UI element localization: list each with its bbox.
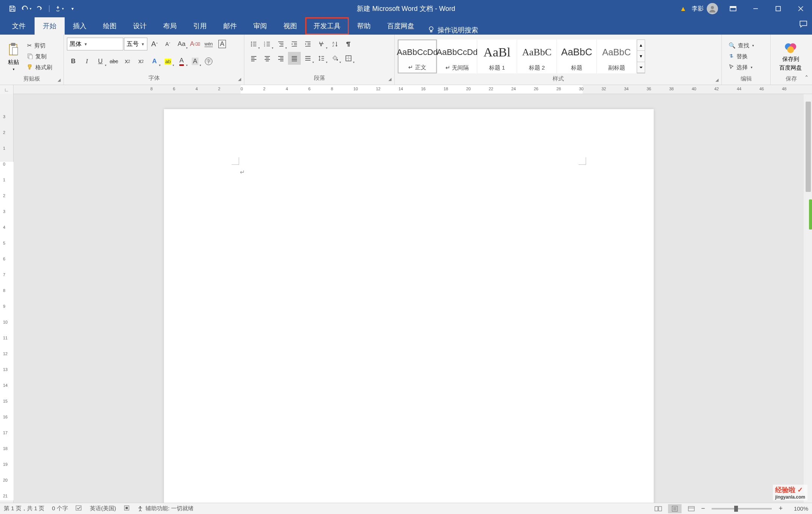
tab-baidu[interactable]: 百度网盘	[379, 17, 423, 35]
comments-button[interactable]	[799, 20, 807, 30]
find-button[interactable]: 🔍查找▾	[727, 41, 756, 50]
view-read-button[interactable]	[651, 504, 665, 513]
document-canvas[interactable]: ↵	[14, 94, 812, 503]
decrease-indent-button[interactable]	[288, 38, 301, 50]
subscript-button[interactable]: x2	[121, 55, 134, 68]
align-left-button[interactable]	[247, 52, 260, 65]
style-heading1[interactable]: AaBl标题 1	[477, 40, 517, 73]
italic-button[interactable]: I	[80, 55, 93, 68]
tell-me-search[interactable]: 操作说明搜索	[423, 26, 483, 35]
paste-button[interactable]: 粘贴 ▾	[3, 38, 24, 75]
ruler-vertical[interactable]: 3210123456789101112131415161718192021222…	[0, 94, 14, 503]
char-border-button[interactable]: A	[216, 38, 229, 50]
zoom-level[interactable]: 100%	[786, 505, 808, 512]
ruler-horizontal[interactable]: ∟ 86420246810121416182022242628303234363…	[0, 85, 812, 94]
grow-font-button[interactable]: A˄	[148, 38, 161, 50]
undo-button[interactable]: ▾	[20, 3, 32, 14]
status-wordcount[interactable]: 0 个字	[52, 505, 68, 512]
minimize-button[interactable]	[744, 0, 767, 17]
redo-button[interactable]	[34, 3, 45, 14]
view-web-button[interactable]	[685, 504, 698, 513]
bold-button[interactable]: B	[67, 55, 80, 68]
align-justify-button[interactable]	[288, 52, 301, 65]
style-title[interactable]: AaBbC标题	[557, 40, 596, 73]
shrink-font-button[interactable]: A˅	[162, 38, 174, 50]
collapse-ribbon-button[interactable]: ˄	[805, 74, 808, 82]
sort-button[interactable]: AZ	[329, 38, 341, 50]
char-shading-button[interactable]: A▾	[189, 55, 201, 68]
font-color-button[interactable]: A▾	[175, 55, 188, 68]
account-area[interactable]: ▲ 李影	[680, 3, 722, 14]
show-marks-button[interactable]	[342, 38, 355, 50]
align-center-button[interactable]	[261, 52, 274, 65]
zoom-out-button[interactable]: −	[701, 505, 705, 512]
styles-scroll[interactable]: ▲▼⏷	[637, 40, 645, 73]
select-button[interactable]: 选择▾	[727, 63, 756, 72]
paragraph-launcher[interactable]: ◢	[388, 77, 391, 82]
phonetic-guide-button[interactable]: wén	[202, 38, 215, 50]
tab-mailings[interactable]: 邮件	[215, 17, 245, 35]
status-language[interactable]: 英语(美国)	[90, 505, 116, 512]
save-to-baidu-button[interactable]: 保存到百度网盘	[774, 38, 807, 75]
view-print-button[interactable]	[668, 504, 682, 513]
font-family-combo[interactable]: 黑体▼	[67, 38, 123, 50]
tab-file[interactable]: 文件	[3, 17, 35, 35]
status-a11y[interactable]: 辅助功能: 一切就绪	[137, 505, 194, 512]
styles-launcher[interactable]: ◢	[715, 78, 718, 82]
tab-references[interactable]: 引用	[185, 17, 215, 35]
change-case-button[interactable]: Aa▾	[175, 38, 188, 50]
svg-point-69	[139, 506, 141, 508]
format-painter-button[interactable]: 格式刷	[26, 63, 54, 72]
close-button[interactable]	[789, 0, 812, 17]
tab-design[interactable]: 设计	[125, 17, 155, 35]
tab-draw[interactable]: 绘图	[95, 17, 125, 35]
enclose-char-button[interactable]: 字	[202, 55, 215, 68]
tab-home[interactable]: 开始	[35, 17, 65, 35]
align-distribute-button[interactable]: ▾	[301, 52, 314, 65]
asian-layout-button[interactable]: ▾	[315, 38, 328, 50]
touch-mode-button[interactable]: ▾	[53, 3, 65, 14]
superscript-button[interactable]: x2	[135, 55, 147, 68]
qat-customize[interactable]: ▾	[67, 3, 78, 14]
tab-developer[interactable]: 开发工具	[305, 17, 349, 35]
increase-indent-button[interactable]	[301, 38, 314, 50]
save-icon[interactable]	[7, 3, 18, 14]
copy-button[interactable]: 复制	[26, 52, 54, 61]
highlight-button[interactable]: ab▾	[162, 55, 174, 68]
status-spell-icon[interactable]	[76, 505, 82, 512]
zoom-slider[interactable]	[712, 508, 772, 509]
shading-button[interactable]: ▾	[329, 52, 341, 65]
style-nospacing[interactable]: AaBbCcDd↵ 无间隔	[438, 40, 477, 73]
clear-format-button[interactable]: A⌫	[189, 38, 201, 50]
vertical-scrollbar[interactable]	[804, 94, 812, 503]
strikethrough-button[interactable]: abc	[108, 55, 120, 68]
maximize-button[interactable]	[767, 0, 789, 17]
align-right-button[interactable]	[274, 52, 287, 65]
clipboard-launcher[interactable]: ◢	[58, 78, 61, 82]
numbering-button[interactable]: 123▾	[261, 38, 274, 50]
tab-review[interactable]: 审阅	[245, 17, 275, 35]
style-heading2[interactable]: AaBbC标题 2	[517, 40, 556, 73]
tab-help[interactable]: 帮助	[349, 17, 379, 35]
replace-button[interactable]: 替换	[727, 52, 756, 61]
style-normal[interactable]: AaBbCcDd↵ 正文	[398, 40, 437, 73]
ribbon-display-button[interactable]	[722, 0, 744, 17]
borders-button[interactable]: ▾	[342, 52, 355, 65]
tab-layout[interactable]: 布局	[155, 17, 185, 35]
status-page[interactable]: 第 1 页，共 1 页	[4, 505, 44, 512]
tab-selector[interactable]: ∟	[0, 85, 14, 94]
style-subtitle[interactable]: AaBbC副标题	[597, 40, 636, 73]
status-macro-icon[interactable]	[124, 505, 130, 512]
line-spacing-button[interactable]: ▾	[315, 52, 328, 65]
zoom-in-button[interactable]: +	[779, 505, 783, 512]
cut-button[interactable]: ✂剪切	[26, 41, 54, 50]
svg-rect-72	[672, 506, 677, 511]
text-effects-button[interactable]: A▾	[148, 55, 161, 68]
underline-button[interactable]: U▾	[94, 55, 107, 68]
tab-insert[interactable]: 插入	[65, 17, 95, 35]
tab-view[interactable]: 视图	[275, 17, 305, 35]
font-launcher[interactable]: ◢	[238, 77, 241, 82]
multilevel-list-button[interactable]: ▾	[274, 38, 287, 50]
bullets-button[interactable]: ▾	[247, 38, 260, 50]
font-size-combo[interactable]: 五号▼	[124, 38, 147, 50]
